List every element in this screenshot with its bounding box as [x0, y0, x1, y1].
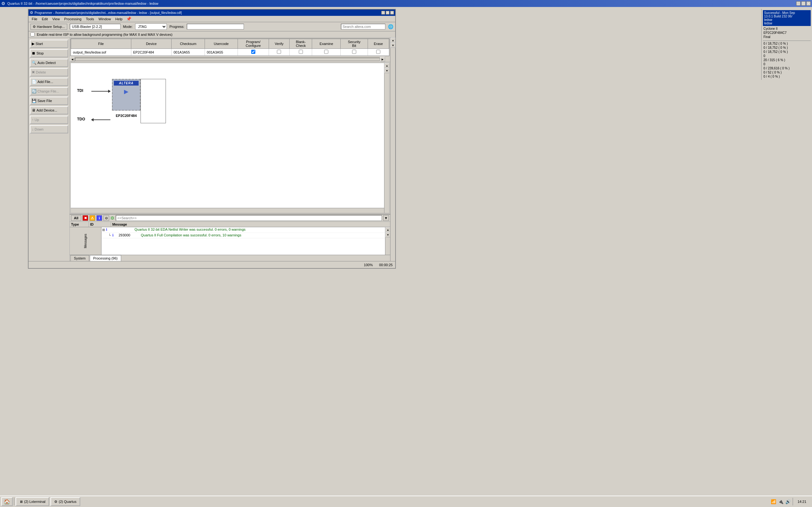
table-scroll-right[interactable]: ▶ — [380, 57, 385, 62]
col-device: Device — [131, 39, 171, 49]
main-scroll-up[interactable]: ▲ — [391, 38, 396, 43]
cell-security-bit[interactable] — [341, 49, 368, 56]
prog-maximize-btn[interactable]: + — [386, 11, 390, 14]
diagram-vscroll[interactable]: ▲ ▼ — [384, 63, 389, 213]
msg-text-0: Quartus II 32-bit EDA Netlist Writer was… — [133, 228, 385, 231]
messages-side-label: Messages — [70, 227, 101, 255]
cell-blank-check[interactable] — [290, 49, 312, 56]
add-file-icon: 📄 — [32, 79, 37, 84]
prog-minimize-btn[interactable]: - — [381, 11, 385, 14]
tdi-label: TDI — [77, 89, 83, 93]
save-file-icon: 💾 — [32, 99, 37, 103]
tdo-label: TDO — [77, 117, 85, 121]
down-icon: ↓ — [32, 127, 34, 131]
table-hscroll[interactable]: ◀ ▶ — [70, 57, 390, 62]
change-file-icon: 🔄 — [32, 89, 37, 94]
cell-program[interactable] — [238, 49, 269, 56]
msg-id-1: 293000 — [117, 233, 140, 237]
main-scroll-down[interactable]: ▼ — [391, 43, 396, 48]
msg-text-1: Quartus II Full Compilation was successf… — [140, 233, 385, 237]
cell-checksum: 001A3A55 — [171, 49, 205, 56]
add-device-button[interactable]: 🖥 Add Device... — [30, 106, 68, 114]
menu-processing[interactable]: Processing — [62, 16, 83, 21]
down-button[interactable]: ↓ Down — [30, 125, 68, 133]
col-file: File — [71, 39, 131, 49]
examine-checkbox[interactable] — [324, 50, 328, 54]
search-globe-icon: 🌐 — [388, 24, 393, 29]
main-vscroll[interactable]: ▲ ▼ — [390, 38, 395, 262]
prog-close-btn[interactable]: × — [390, 11, 394, 14]
save-file-button[interactable]: 💾 Save File — [30, 97, 68, 105]
tab-processing[interactable]: Processing (96) — [90, 255, 121, 262]
add-file-button[interactable]: 📄 Add File... — [30, 78, 68, 86]
messages-all-tab[interactable]: All — [71, 215, 81, 221]
up-button[interactable]: ↑ Up — [30, 116, 68, 124]
security-bit-checkbox[interactable] — [352, 50, 356, 54]
toolbar-area: ⚙ Hardware Setup... USB-Blaster [2-2.2] … — [29, 22, 395, 32]
error-filter-btn[interactable]: ✖ — [83, 215, 88, 221]
cell-examine[interactable] — [312, 49, 341, 56]
programmer-title-bar: ⚙ Programmer - /home/caeuser/projects/di… — [29, 9, 395, 16]
main-content-area: ▶ Start ⏹ Stop 🔍 Auto Detect ✖ Delete — [29, 38, 395, 262]
hardware-setup-button[interactable]: ⚙ Hardware Setup... — [31, 24, 67, 30]
expand-icon-0[interactable]: ⊞ — [101, 228, 106, 232]
diagram-scroll-down[interactable]: ▼ — [385, 68, 390, 73]
col-erase: Erase — [368, 39, 389, 49]
auto-detect-button[interactable]: 🔍 Auto Detect — [30, 59, 68, 67]
mode-select[interactable]: JTAG — [135, 23, 167, 30]
tab-system[interactable]: System — [70, 255, 89, 262]
suppressed-filter-btn[interactable]: ⊖ — [103, 215, 109, 221]
start-button[interactable]: ▶ Start — [30, 40, 68, 48]
main-window-title: Quartus II 32-bit - /home/caeuser/projec… — [7, 2, 158, 5]
blank-check-checkbox[interactable] — [299, 50, 303, 54]
delete-button[interactable]: ✖ Delete — [30, 68, 68, 76]
table-row: output_files/ledsw.sof EP2C20F484 001A3A… — [71, 49, 389, 56]
progress-bar — [187, 24, 244, 30]
change-file-button[interactable]: 🔄 Change File... — [30, 87, 68, 95]
erase-checkbox[interactable] — [376, 50, 380, 54]
diagram-container: TDI ALTERA ▶ — [70, 62, 390, 214]
quartus-icon: ⚙ — [110, 216, 114, 221]
mode-label: Mode: — [123, 25, 133, 29]
diagram-scroll-up[interactable]: ▲ — [385, 63, 390, 68]
menu-view[interactable]: View — [50, 16, 62, 21]
chip-arrow-icon: ▶ — [124, 88, 129, 95]
msg-scroll-up[interactable]: ▲ — [386, 227, 390, 232]
diagram-hscroll[interactable] — [71, 208, 384, 213]
message-search-btn[interactable]: ▼ — [383, 215, 389, 221]
elapsed-time: 00:00:25 — [379, 263, 393, 267]
menu-help[interactable]: Help — [113, 16, 125, 21]
cell-erase[interactable] — [368, 49, 389, 56]
stop-button[interactable]: ⏹ Stop — [30, 49, 68, 57]
add-device-icon: 🖥 — [32, 108, 36, 112]
warning-filter-btn[interactable]: ⚠ — [90, 215, 95, 221]
msg-scroll-corner — [385, 222, 390, 227]
table-scroll-left[interactable]: ◀ — [70, 57, 75, 62]
menu-pin-icon[interactable]: 📌 — [126, 16, 131, 21]
start-icon: ▶ — [32, 42, 35, 46]
expand-icon-1: └ — [108, 233, 112, 238]
col-verify: Verify — [269, 39, 289, 49]
status-bar: 100% 00:00:25 — [29, 261, 395, 268]
isp-checkbox[interactable] — [31, 32, 35, 37]
menu-window[interactable]: Window — [96, 16, 113, 21]
messages-vscroll[interactable]: ▲ ▼ — [385, 227, 390, 255]
table-scroll-thumb — [75, 58, 380, 61]
search-input[interactable] — [341, 24, 386, 30]
table-scroll[interactable]: File Device Checksum Usercode Program/Co… — [70, 38, 390, 56]
cell-verify[interactable] — [269, 49, 289, 56]
message-search-input[interactable] — [116, 215, 382, 221]
zoom-level: 100% — [364, 263, 373, 267]
messages-content-container: Messages ⊞ ℹ Quartus II 32-bit EDA Netli… — [70, 227, 390, 255]
message-row-0: ⊞ ℹ Quartus II 32-bit EDA Netlist Writer… — [101, 227, 385, 233]
menu-file[interactable]: File — [30, 16, 39, 21]
info-filter-btn[interactable]: ℹ — [96, 215, 102, 221]
menu-edit[interactable]: Edit — [40, 16, 50, 21]
bottom-tabs: System Processing (96) — [70, 255, 390, 262]
menu-tools[interactable]: Tools — [84, 16, 96, 21]
program-checkbox[interactable] — [251, 50, 255, 54]
verify-checkbox[interactable] — [277, 50, 281, 54]
messages-header: Type ID Message — [70, 222, 390, 227]
right-box-outline — [141, 79, 166, 123]
msg-scroll-down[interactable]: ▼ — [386, 232, 390, 237]
